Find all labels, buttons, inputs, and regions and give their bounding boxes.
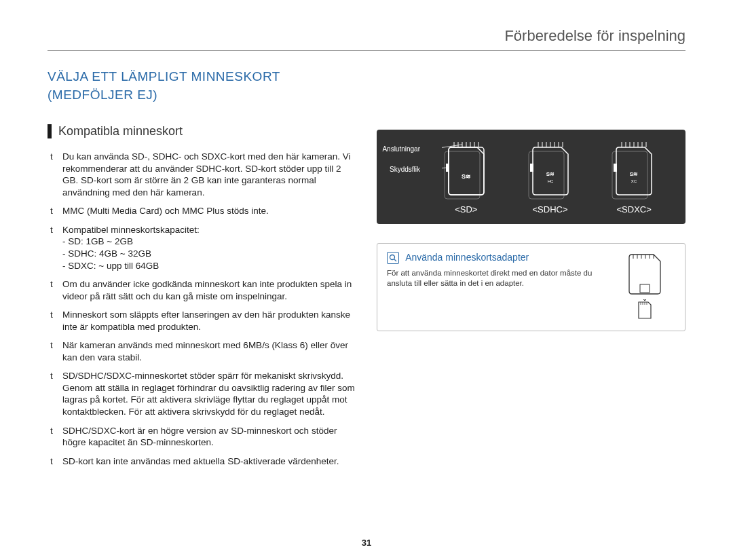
bullet-text: SDHC/SDXC-kort är en högre version av SD… bbox=[62, 425, 356, 449]
svg-rect-37 bbox=[640, 284, 650, 293]
page-number: 31 bbox=[362, 538, 371, 548]
svg-text:S≋: S≋ bbox=[546, 171, 554, 177]
left-column: Kompatibla minneskort t Du kan använda S… bbox=[48, 124, 356, 474]
list-item: t MMC (Multi Media Card) och MMC Plus st… bbox=[50, 205, 356, 217]
chapter-header: Förberedelse för inspelning bbox=[48, 27, 685, 51]
adapter-info-box: Använda minneskortsadapter För att använ… bbox=[377, 243, 685, 331]
sdxc-card-icon: S≋ XC bbox=[609, 142, 658, 200]
bullet-marker: t bbox=[50, 309, 62, 333]
bullet-marker: t bbox=[50, 224, 62, 272]
info-text-block: Använda minneskortsadapter För att använ… bbox=[387, 252, 605, 321]
sdhc-card-icon: S≋ HC bbox=[526, 142, 575, 200]
list-item: t Om du använder icke godkända minneskor… bbox=[50, 278, 356, 302]
adapter-illustration bbox=[614, 252, 675, 321]
subheading-compatible-cards: Kompatibla minneskort bbox=[48, 124, 356, 138]
list-item: t Minneskort som släppts efter lansering… bbox=[50, 309, 356, 333]
bullet-marker: t bbox=[50, 455, 62, 468]
bullet-marker: t bbox=[50, 370, 62, 417]
callout-connectors: Anslutningar bbox=[377, 146, 420, 153]
sd-card-icon: S≋ bbox=[442, 142, 491, 200]
svg-line-36 bbox=[394, 259, 396, 261]
svg-rect-21 bbox=[530, 164, 533, 172]
list-item: t Du kan använda SD-, SDHC- och SDXC-kor… bbox=[50, 151, 356, 198]
card-diagram-box: Anslutningar Skyddsflik bbox=[377, 130, 685, 224]
bullet-text: Minneskort som släppts efter lanseringen… bbox=[62, 309, 356, 333]
sdhc-label: <SDHC> bbox=[508, 204, 593, 214]
microsd-card-icon bbox=[636, 299, 654, 321]
bullet-text: SD/SDHC/SDXC-minneskortet stöder spärr f… bbox=[62, 370, 356, 417]
svg-text:S≋: S≋ bbox=[462, 173, 471, 180]
bullet-text: Om du använder icke godkända minneskort … bbox=[62, 278, 356, 302]
info-title-text: Använda minneskortsadapter bbox=[405, 252, 529, 263]
bullet-marker: t bbox=[50, 205, 62, 217]
title-line2: (MEDFÖLJER EJ) bbox=[48, 88, 157, 102]
svg-text:S≋: S≋ bbox=[630, 171, 638, 177]
bullet-marker: t bbox=[50, 425, 62, 449]
bullet-text: När kameran används med minneskort med 6… bbox=[62, 339, 356, 363]
sdxc-card-cell: S≋ XC <SDXC> bbox=[592, 142, 676, 214]
svg-point-35 bbox=[390, 255, 395, 260]
info-body-text: För att använda minneskortet direkt med … bbox=[387, 268, 605, 288]
svg-rect-32 bbox=[614, 164, 617, 172]
bullet-text: Kompatibel minneskortskapacitet: - SD: 1… bbox=[62, 224, 356, 272]
list-item: t När kameran används med minneskort med… bbox=[50, 339, 356, 363]
sd-card-cell: Anslutningar Skyddsflik bbox=[424, 142, 508, 214]
bullet-marker: t bbox=[50, 151, 62, 198]
two-column-layout: Kompatibla minneskort t Du kan använda S… bbox=[48, 124, 685, 474]
bullet-list: t Du kan använda SD-, SDHC- och SDXC-kor… bbox=[50, 151, 356, 467]
capacity-sd: - SD: 1GB ~ 2GB bbox=[62, 236, 356, 248]
magnify-icon bbox=[387, 252, 399, 264]
title-line1: VÄLJA ETT LÄMPLIGT MINNESKORT bbox=[48, 69, 280, 83]
sd-label: <SD> bbox=[424, 204, 508, 214]
adapter-card-icon bbox=[625, 252, 664, 297]
capacity-sdxc: - SDXC: ~ upp till 64GB bbox=[62, 260, 356, 272]
svg-text:XC: XC bbox=[631, 179, 637, 183]
sdhc-card-cell: S≋ HC <SDHC> bbox=[508, 142, 593, 214]
bullet-marker: t bbox=[50, 339, 62, 363]
capacity-sdhc: - SDHC: 4GB ~ 32GB bbox=[62, 248, 356, 260]
bullet-text: Du kan använda SD-, SDHC- och SDXC-kort … bbox=[62, 151, 356, 198]
bullet-text: SD-kort kan inte användas med aktuella S… bbox=[62, 455, 356, 468]
bullet-text: MMC (Multi Media Card) och MMC Plus stöd… bbox=[62, 205, 356, 217]
info-title-row: Använda minneskortsadapter bbox=[387, 252, 605, 264]
section-title: VÄLJA ETT LÄMPLIGT MINNESKORT (MEDFÖLJER… bbox=[48, 68, 685, 104]
list-item: t Kompatibel minneskortskapacitet: - SD:… bbox=[50, 224, 356, 272]
bullet-marker: t bbox=[50, 278, 62, 302]
cards-row: Anslutningar Skyddsflik bbox=[386, 142, 676, 214]
svg-rect-0 bbox=[449, 147, 484, 195]
sdxc-label: <SDXC> bbox=[592, 204, 676, 214]
callout-protect-tab: Skyddsflik bbox=[382, 166, 420, 173]
svg-text:HC: HC bbox=[547, 179, 553, 183]
list-item: t SD/SDHC/SDXC-minneskortet stöder spärr… bbox=[50, 370, 356, 417]
list-item: t SDHC/SDXC-kort är en högre version av … bbox=[50, 425, 356, 449]
right-column: Anslutningar Skyddsflik bbox=[377, 124, 685, 474]
list-item: t SD-kort kan inte användas med aktuella… bbox=[50, 455, 356, 468]
bullet-text-main: Kompatibel minneskortskapacitet: bbox=[62, 225, 200, 235]
